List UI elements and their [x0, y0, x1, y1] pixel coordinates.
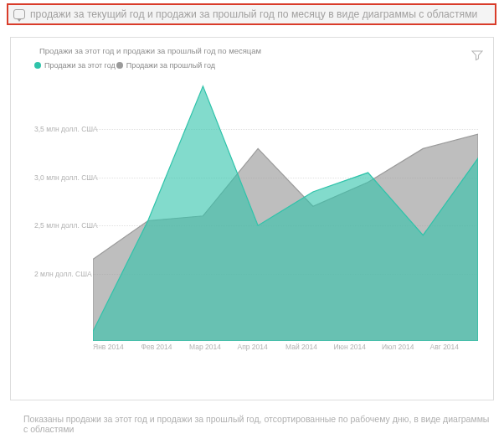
chart-card: Продажи за этот год и продажи за прошлый…	[10, 37, 494, 400]
qna-query-text: продажи за текущий год и продажи за прош…	[30, 8, 477, 20]
query-connector: в виде	[326, 8, 363, 20]
y-tick-label: 2,5 млн долл. США	[34, 221, 98, 230]
x-tick-label: Апр 2014	[238, 343, 286, 351]
qna-query-bar[interactable]: продажи за текущий год и продажи за прош…	[7, 3, 496, 25]
x-axis: Янв 2014Фев 2014Мар 2014Апр 2014Май 2014…	[93, 343, 478, 351]
y-tick-label: 3,0 млн долл. США	[34, 173, 98, 182]
query-token: продажи за прошлый год	[156, 8, 275, 20]
legend-label-0: Продажи за этот год	[44, 61, 116, 70]
chart-title: Продажи за этот год и продажи за прошлый…	[39, 46, 261, 55]
x-tick-label: Янв 2014	[93, 343, 141, 351]
x-tick-label: Авг 2014	[430, 343, 479, 351]
result-caption: Показаны продажи за этот год и продажи з…	[10, 414, 494, 434]
x-tick-label: Фев 2014	[141, 343, 190, 351]
query-connector: и	[145, 8, 157, 20]
x-tick-label: Июл 2014	[382, 343, 430, 351]
chat-icon	[13, 9, 25, 19]
query-connector: по	[275, 8, 291, 20]
x-tick-label: Мар 2014	[189, 343, 238, 351]
legend-swatch-1	[116, 62, 123, 69]
legend-swatch-0	[34, 62, 41, 69]
y-tick-label: 2 млн долл. США	[34, 270, 92, 278]
filter-icon[interactable]	[471, 49, 483, 61]
chart-plot: 3,5 млн долл. США3,0 млн долл. США2,5 мл…	[34, 81, 486, 361]
y-tick-label: 3,5 млн долл. США	[34, 125, 98, 133]
x-tick-label: Июн 2014	[334, 343, 383, 351]
query-token: месяцу	[291, 8, 326, 20]
query-token: диаграммы с областями	[363, 8, 478, 20]
plot-area	[93, 81, 478, 341]
query-token: продажи за текущий год	[30, 8, 145, 20]
x-tick-label: Май 2014	[285, 343, 334, 351]
legend-label-1: Продажи за прошлый год	[126, 61, 215, 70]
chart-legend: Продажи за этот год Продажи за прошлый г…	[34, 61, 215, 70]
